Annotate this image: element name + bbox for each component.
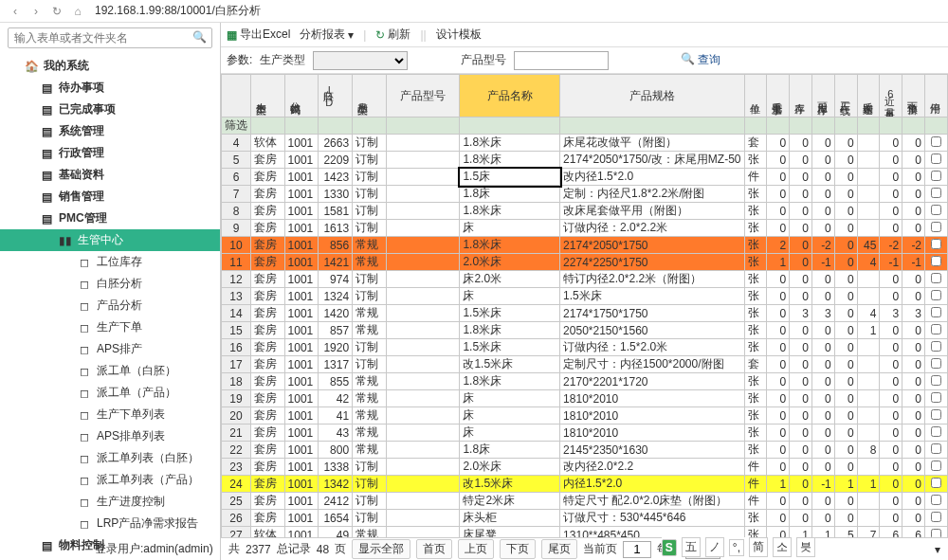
cell[interactable]: 1420 [319,305,353,322]
cell[interactable]: 0 [767,442,790,459]
cell[interactable]: 0 [880,493,902,510]
cell[interactable]: 43 [319,425,353,442]
cell[interactable]: 1001 [284,356,319,373]
table-row[interactable]: 9套房10011613订制床订做内径：2.0*2.2米张000000 [222,220,948,237]
cell[interactable]: 0 [790,322,812,339]
cell[interactable] [386,254,460,271]
checkbox-cell[interactable] [925,510,948,527]
tree-group[interactable]: ▤PMC管理 [0,208,220,229]
last-page-button[interactable]: 尾页 [541,539,577,559]
cell[interactable]: 0 [790,476,812,493]
cell[interactable]: 0 [834,135,857,152]
cell[interactable]: 0 [811,152,834,169]
filter-cell[interactable] [353,117,387,135]
cell[interactable]: 张 [744,254,767,271]
cell[interactable]: 1330 [319,186,353,203]
cell[interactable]: -1 [880,254,902,271]
cell[interactable]: 0 [811,493,834,510]
cell[interactable]: 张 [744,373,767,390]
cell[interactable] [386,390,460,407]
cell[interactable]: 常规 [353,527,387,538]
col-header[interactable]: 可用库存 [811,75,834,117]
cell[interactable]: 床2.0米 [460,271,560,288]
cell[interactable]: 1001 [284,493,319,510]
cell[interactable]: 0 [767,356,790,373]
cell[interactable]: 0 [790,237,812,254]
cell[interactable]: 张 [744,407,767,425]
cell[interactable]: 2 [767,237,790,254]
cell[interactable]: 0 [880,373,902,390]
cell[interactable] [857,407,880,425]
cell[interactable]: 订制 [353,220,387,237]
cell[interactable]: 0 [767,271,790,288]
checkbox-cell[interactable] [925,220,948,237]
cell[interactable]: 0 [767,493,790,510]
cell[interactable] [386,220,460,237]
cell[interactable]: 床 [460,220,560,237]
tree-leaf[interactable]: ◻派工单（白胚） [0,360,220,382]
cell[interactable] [857,152,880,169]
filter-cell[interactable] [880,117,902,135]
cell[interactable] [857,271,880,288]
cell[interactable]: 套房 [251,442,285,459]
col-header[interactable]: 白胚ID [319,75,353,117]
cell[interactable]: 0 [811,390,834,407]
cell[interactable]: 0 [811,169,834,186]
filter-cell[interactable] [834,117,857,135]
cell[interactable]: 套房 [251,322,285,339]
cell[interactable]: 订制 [353,510,387,527]
col-header[interactable]: 停用 [925,75,948,117]
cell[interactable]: 套 [744,356,767,373]
cell[interactable]: 1001 [284,152,319,169]
cell[interactable]: 0 [767,510,790,527]
cell[interactable]: 1001 [284,476,319,493]
tree-leaf[interactable]: ◻生产进度控制 [0,491,220,513]
cell[interactable]: 0 [811,425,834,442]
cell[interactable] [386,510,460,527]
col-header[interactable]: 产品类型 [353,75,387,117]
refresh-button[interactable]: ↻刷新 [375,27,410,43]
cell[interactable] [857,288,880,305]
cell[interactable]: 0 [811,442,834,459]
cell[interactable]: 0 [790,493,812,510]
cell[interactable]: 0 [834,339,857,356]
cell[interactable]: 6 [880,527,902,538]
checkbox-cell[interactable] [925,305,948,322]
cell[interactable]: 0 [834,407,857,425]
refresh-nav-icon[interactable]: ↻ [49,4,64,19]
tree-group[interactable]: ▤基础资料 [0,164,220,186]
cell[interactable]: 42 [319,390,353,407]
checkbox-cell[interactable] [925,356,948,373]
cell[interactable] [386,203,460,220]
cell[interactable]: 0 [880,442,902,459]
cell[interactable]: 套房 [251,339,285,356]
cell[interactable]: 常规 [353,407,387,425]
tree-leaf[interactable]: ◻生产下单 [0,316,220,338]
col-header[interactable]: 工厂在线 [834,75,857,117]
cell[interactable]: 0 [880,271,902,288]
cell[interactable] [857,339,880,356]
product-model-input[interactable] [514,51,609,70]
cell[interactable]: 套房 [251,152,285,169]
cell[interactable]: 0 [880,288,902,305]
col-header[interactable]: 下单预警 [902,75,925,117]
tree-leaf[interactable]: ◻派工单列表（白胚） [0,447,220,469]
tree-leaf[interactable]: ◻派工单（产品） [0,382,220,404]
search-icon[interactable]: 🔍 [192,30,207,44]
cell[interactable]: 1 [767,254,790,271]
cell[interactable]: 1001 [284,527,319,538]
cell[interactable]: 0 [790,356,812,373]
cell[interactable]: 张 [744,186,767,203]
cell[interactable] [386,322,460,339]
cell[interactable]: 软体 [251,527,285,538]
cell[interactable]: 套房 [251,237,285,254]
cell[interactable]: 1001 [284,203,319,220]
cell[interactable] [386,373,460,390]
table-row[interactable]: 4软体10012663订制1.8米床床尾花改做平（附图）套000000 [222,135,948,152]
checkbox-cell[interactable] [925,459,948,476]
chevron-down-icon[interactable]: ▾ [935,543,940,556]
checkbox-cell[interactable] [925,476,948,493]
cell[interactable]: -1 [811,254,834,271]
cell[interactable]: 0 [790,271,812,288]
cell[interactable]: 1.8米床 [460,203,560,220]
